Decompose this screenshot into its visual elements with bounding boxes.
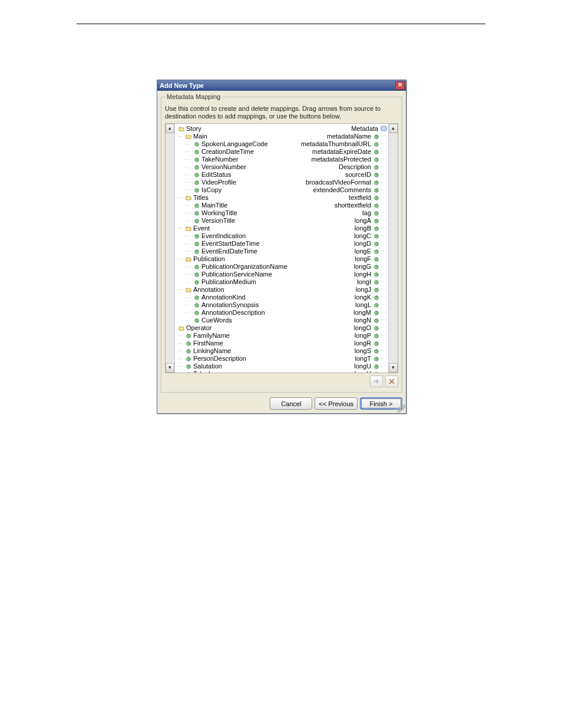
destination-field[interactable]: longG⋯ (294, 263, 387, 271)
field-label: broadcastVideoFormat (306, 179, 371, 186)
destination-field[interactable]: tag⋯ (294, 209, 387, 217)
field-icon (373, 233, 379, 239)
destination-field[interactable]: textfield⋯ (294, 194, 387, 202)
add-mapping-button[interactable] (370, 375, 383, 387)
field-label: longH (354, 271, 371, 278)
left-scrollbar[interactable]: ▴ ▾ (166, 124, 175, 373)
fieldset-legend: Metadata Mapping (165, 93, 222, 100)
destination-field[interactable]: longN⋯ (294, 317, 387, 324)
destination-field[interactable]: longT⋯ (294, 355, 387, 363)
tree-leaf[interactable]: CreationDateTime (176, 148, 294, 156)
tree-folder[interactable]: Operator (176, 324, 294, 332)
connector-icon: ⋯ (381, 194, 386, 202)
tree-leaf[interactable]: EventEndDateTime (176, 248, 294, 255)
tree-folder[interactable]: Annotation (176, 286, 294, 294)
destination-field[interactable]: metadataIsProtected⋯ (294, 156, 387, 163)
resize-grip-icon[interactable] (397, 404, 405, 413)
tree-leaf[interactable]: PublicationMedium (176, 278, 294, 286)
tree-leaf[interactable]: FamilyName (176, 332, 294, 340)
tree-leaf[interactable]: VersionNumber (176, 163, 294, 171)
destination-field[interactable]: longM⋯ (294, 309, 387, 317)
field-icon (194, 149, 200, 155)
destination-field[interactable]: longP⋯ (294, 332, 387, 340)
right-scrollbar[interactable]: ▴ ▾ (388, 124, 398, 373)
titlebar[interactable]: Add New Type ✕ (157, 80, 406, 91)
tree-leaf[interactable]: WorkingTitle (176, 209, 294, 217)
previous-button[interactable]: << Previous (315, 397, 358, 410)
destination-field[interactable]: extendedComments⋯ (294, 186, 387, 194)
destination-field[interactable]: broadcastVideoFormat⋯ (294, 179, 387, 186)
source-tree[interactable]: StoryMainSpokenLanguageCodeCreationDateT… (175, 124, 294, 373)
destination-field[interactable]: longI⋯ (294, 278, 387, 286)
tree-leaf[interactable]: EditStatus (176, 171, 294, 179)
destination-field[interactable]: longJ⋯ (294, 286, 387, 294)
tree-folder[interactable]: Main (176, 133, 294, 140)
field-icon (186, 341, 191, 347)
destination-field[interactable]: longS⋯ (294, 347, 387, 355)
tree-leaf[interactable]: PublicationOrganizationName (176, 263, 294, 271)
destination-field[interactable]: longB⋯ (294, 225, 387, 232)
destination-field[interactable]: longO⋯ (294, 324, 387, 332)
tree-leaf[interactable]: Salutation (176, 363, 294, 370)
field-label: longO (354, 324, 371, 332)
tree-label: Titles (193, 194, 209, 202)
field-icon (373, 333, 379, 339)
tree-leaf[interactable]: FirstName (176, 340, 294, 347)
destination-field[interactable]: metadataExpireDate⋯ (294, 148, 387, 156)
tree-leaf[interactable]: IsCopy (176, 186, 294, 194)
destination-field[interactable]: sourceID⋯ (294, 171, 387, 179)
destination-field[interactable]: longD⋯ (294, 240, 387, 248)
destination-field[interactable]: longL⋯ (294, 301, 387, 309)
tree-leaf[interactable]: SpokenLanguageCode (176, 140, 294, 148)
tree-leaf[interactable]: AnnotationSynopsis (176, 301, 294, 309)
scroll-up-icon[interactable]: ▴ (389, 124, 398, 133)
destination-field[interactable]: metadataThumbnailURL⋯ (294, 140, 387, 148)
tree-folder[interactable]: Story (176, 125, 294, 133)
destination-list[interactable]: Metadata metadataName⋯metadataThumbnailU… (294, 124, 388, 373)
cancel-button[interactable]: Cancel (270, 397, 312, 410)
tree-leaf[interactable]: LinkingName (176, 347, 294, 355)
tree-leaf[interactable]: EventIndication (176, 232, 294, 240)
tree-leaf[interactable]: EventStartDateTime (176, 240, 294, 248)
destination-field[interactable]: longU⋯ (294, 363, 387, 370)
destination-field[interactable]: Description⋯ (294, 163, 387, 171)
tree-leaf[interactable]: AnnotationDescription (176, 309, 294, 317)
close-icon[interactable]: ✕ (395, 81, 405, 90)
tree-folder[interactable]: Publication (176, 255, 294, 263)
delete-mapping-button[interactable] (385, 375, 398, 387)
tree-leaf[interactable]: PersonDescription (176, 355, 294, 363)
destination-field[interactable]: shorttextfield⋯ (294, 202, 387, 209)
tree-leaf[interactable]: MainTitle (176, 202, 294, 209)
tree-leaf[interactable]: AnnotationKind (176, 294, 294, 301)
destination-field[interactable]: longH⋯ (294, 271, 387, 278)
field-label: longJ (356, 286, 371, 294)
destination-field[interactable]: longA⋯ (294, 217, 387, 225)
destination-field[interactable]: longF⋯ (294, 255, 387, 263)
field-label: longF (355, 255, 371, 263)
destination-field[interactable]: longE⋯ (294, 248, 387, 255)
tree-leaf[interactable]: CueWords (176, 317, 294, 324)
field-icon (194, 318, 200, 324)
scroll-down-icon[interactable]: ▾ (166, 363, 174, 373)
folder-icon (186, 134, 191, 140)
tree-label: LinkingName (193, 347, 231, 355)
destination-field[interactable]: longK⋯ (294, 294, 387, 301)
tree-leaf[interactable]: PublicationServiceName (176, 271, 294, 278)
tree-label: FamilyName (193, 332, 230, 340)
destination-field[interactable]: longR⋯ (294, 340, 387, 347)
destination-field[interactable]: metadataName⋯ (294, 133, 387, 140)
tree-leaf[interactable]: VersionTitle (176, 217, 294, 225)
tree-leaf[interactable]: TakeNumber (176, 156, 294, 163)
destination-field[interactable]: longC⋯ (294, 232, 387, 240)
tree-folder[interactable]: Titles (176, 194, 294, 202)
field-label: tag (362, 209, 371, 217)
tree-folder[interactable]: Event (176, 225, 294, 232)
destination-field[interactable]: longV⋯ (294, 370, 387, 373)
tree-leaf[interactable]: VideoProfile (176, 179, 294, 186)
field-label: longK (355, 294, 371, 301)
finish-button[interactable]: Finish > (360, 397, 402, 410)
scroll-down-icon[interactable]: ▾ (389, 363, 398, 373)
scroll-up-icon[interactable]: ▴ (166, 124, 174, 133)
tree-label: Salutation (193, 363, 222, 370)
tree-leaf[interactable]: Telephone (176, 370, 294, 373)
